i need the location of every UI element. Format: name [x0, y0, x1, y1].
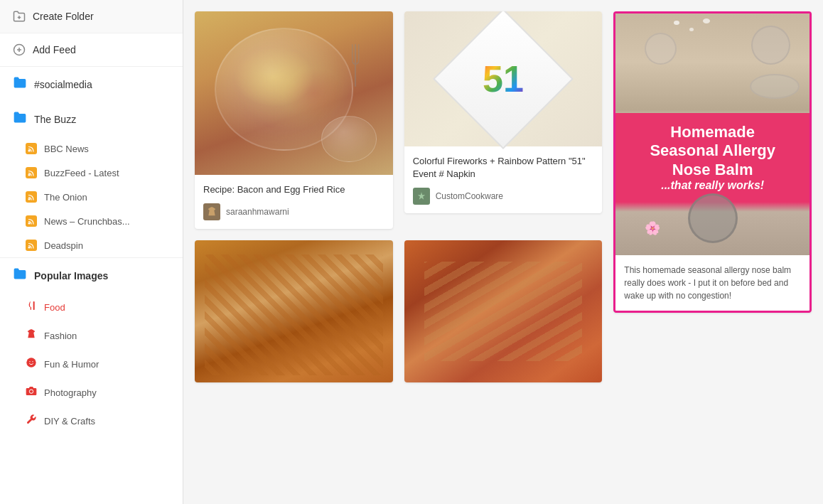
popular-images-folder-icon	[13, 267, 27, 284]
svg-point-12	[32, 361, 33, 362]
card-4-image	[195, 240, 393, 382]
fun-humor-category-icon	[26, 357, 37, 371]
photography-category-icon	[26, 385, 37, 400]
folder-plus-icon	[13, 10, 26, 23]
category-diy-crafts[interactable]: DIY & Crafts	[0, 407, 183, 435]
allergy-title-line1: Homemade	[623, 123, 802, 141]
allergy-text-overlay: Homemade Seasonal Allergy Nose Balm ...t…	[615, 113, 809, 202]
fun-humor-label: Fun & Humor	[44, 359, 99, 370]
add-feed-button[interactable]: Add Feed	[0, 33, 183, 67]
feed-buzzfeed[interactable]: BuzzFeed - Latest	[0, 161, 183, 185]
add-feed-icon	[13, 43, 26, 56]
fashion-category-icon	[26, 328, 37, 343]
allergy-title-line2: Seasonal Allergy	[623, 141, 802, 160]
fashion-label: Fashion	[44, 331, 77, 341]
folder-the-buzz[interactable]: The Buzz	[0, 102, 183, 136]
card-1-title: Recipe: Bacon and Egg Fried Rice	[203, 183, 384, 196]
category-fashion[interactable]: Fashion	[0, 321, 183, 350]
card-2-body: Colorful Fireworks + Rainbow Pattern "51…	[404, 146, 603, 213]
card-5-image	[404, 240, 603, 382]
create-folder-label: Create Folder	[33, 11, 94, 22]
the-onion-label: The Onion	[44, 192, 87, 203]
card-1-source-name: saraanhmawarni	[226, 207, 289, 217]
card-1-avatar	[203, 203, 220, 220]
svg-point-6	[28, 174, 31, 176]
svg-point-5	[28, 150, 31, 152]
diamond-shape: 51	[433, 11, 574, 149]
rss-icon-the-onion	[26, 191, 37, 203]
card-allergy-balm[interactable]: Homemade Seasonal Allergy Nose Balm ...t…	[613, 11, 812, 313]
svg-rect-14	[355, 44, 356, 87]
feed-crunchbase[interactable]: News – Crunchbas...	[0, 209, 183, 233]
rss-icon-deadspin	[26, 240, 37, 251]
feed-deadspin[interactable]: Deadspin	[0, 233, 183, 257]
allergy-title-sub: ...that really works!	[661, 179, 764, 191]
deadspin-label: Deadspin	[44, 240, 83, 251]
diy-crafts-category-icon	[26, 414, 37, 428]
cards-grid: Recipe: Bacon and Egg Fried Rice saraanh…	[195, 11, 812, 382]
rss-icon-buzzfeed	[26, 167, 37, 178]
card-2-avatar	[413, 188, 430, 205]
buzz-folder-icon	[13, 110, 27, 128]
card-3-description: This homemade seasonal allergy nose balm…	[615, 255, 809, 311]
card-2-title: Colorful Fireworks + Rainbow Pattern "51…	[413, 155, 594, 181]
sidebar: Create Folder Add Feed #socialmedia The …	[0, 0, 183, 504]
diy-crafts-label: DIY & Crafts	[44, 416, 95, 427]
card-1-body: Recipe: Bacon and Egg Fried Rice saraanh…	[195, 175, 393, 229]
svg-point-9	[28, 247, 31, 249]
popular-images-header[interactable]: Popular Images	[0, 257, 183, 293]
folder-icon	[13, 75, 27, 93]
allergy-title-line3: Nose Balm	[623, 161, 802, 179]
rss-icon-crunchbase	[26, 215, 37, 227]
rss-icon-bbc	[26, 143, 37, 154]
the-buzz-label: The Buzz	[34, 114, 76, 125]
card-2-image: 51	[404, 11, 603, 146]
svg-point-7	[28, 198, 31, 200]
card-1-source: saraanhmawarni	[203, 203, 384, 220]
crunchbase-label: News – Crunchbas...	[44, 216, 130, 227]
socialmedia-label: #socialmedia	[34, 79, 92, 90]
svg-point-10	[26, 358, 36, 367]
buzzfeed-label: BuzzFeed - Latest	[44, 168, 119, 178]
category-food[interactable]: Food	[0, 293, 183, 321]
card-bacon-crackers[interactable]	[404, 240, 603, 382]
bbc-label: BBC News	[44, 144, 89, 154]
create-folder-button[interactable]: Create Folder	[0, 0, 183, 33]
add-feed-label: Add Feed	[33, 44, 76, 55]
card-1-image	[195, 11, 393, 175]
main-content: Recipe: Bacon and Egg Fried Rice saraanh…	[183, 0, 823, 504]
card-bacon-egg-rice[interactable]: Recipe: Bacon and Egg Fried Rice saraanh…	[195, 11, 393, 229]
number-51: 51	[483, 60, 524, 97]
svg-point-11	[29, 361, 30, 362]
svg-rect-15	[352, 44, 353, 62]
card-fireworks[interactable]: 51 Colorful Fireworks + Rainbow Pattern …	[404, 11, 603, 213]
svg-rect-16	[358, 44, 360, 62]
card-2-source: CustomCookware	[413, 188, 594, 205]
photography-label: Photography	[44, 387, 97, 398]
card-3-image: Homemade Seasonal Allergy Nose Balm ...t…	[615, 14, 809, 255]
category-photography[interactable]: Photography	[0, 378, 183, 407]
feed-bbc[interactable]: BBC News	[0, 136, 183, 161]
card-pretzel[interactable]	[195, 240, 393, 382]
food-category-icon	[26, 300, 37, 314]
feed-the-onion[interactable]: The Onion	[0, 185, 183, 209]
popular-images-label: Popular Images	[34, 270, 108, 282]
food-label: Food	[44, 302, 65, 313]
card-2-source-name: CustomCookware	[436, 191, 503, 201]
folder-socialmedia[interactable]: #socialmedia	[0, 67, 183, 102]
category-fun-humor[interactable]: Fun & Humor	[0, 350, 183, 378]
svg-point-8	[28, 222, 31, 225]
